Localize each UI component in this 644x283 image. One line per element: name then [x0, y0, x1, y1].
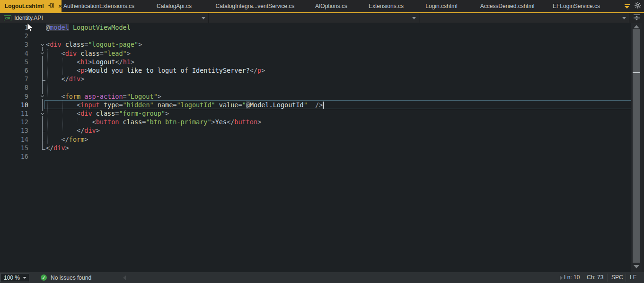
- mouse-pointer: [27, 23, 34, 34]
- fold-chevron-icon[interactable]: [39, 51, 45, 56]
- line-number: 5: [0, 58, 28, 66]
- code-line[interactable]: </div>: [46, 144, 69, 152]
- status-bar: 100 % ✓ No issues found Ln: 10 Ch: 73 SP…: [0, 272, 644, 283]
- line-number: 12: [0, 118, 28, 126]
- chevron-down-icon: [412, 17, 416, 19]
- vertical-scrollbar[interactable]: [631, 23, 642, 272]
- text-caret: [323, 102, 324, 109]
- hscroll-left-arrow-icon[interactable]: [123, 275, 126, 280]
- fold-chevron-icon[interactable]: [39, 42, 45, 47]
- line-ending-indicator[interactable]: LF: [630, 274, 636, 281]
- line-number: 11: [0, 109, 28, 118]
- chevron-down-icon: [23, 277, 26, 279]
- fold-chevron-icon[interactable]: [39, 111, 45, 116]
- project-dropdown[interactable]: C# Identity.API: [0, 13, 209, 23]
- code-line[interactable]: <form asp-action="Logout">: [46, 92, 161, 101]
- member-dropdown[interactable]: [420, 13, 629, 23]
- gear-icon[interactable]: [635, 2, 641, 10]
- fold-end-tick: [42, 132, 45, 132]
- tab[interactable]: Extensions.cs: [364, 0, 408, 12]
- tab[interactable]: EFLoginService.cs: [539, 0, 613, 12]
- line-number: 2: [0, 32, 28, 40]
- insert-mode-indicator[interactable]: SPC: [611, 274, 623, 281]
- code-line[interactable]: <div class="lead">: [46, 49, 131, 58]
- separator: [607, 274, 608, 282]
- tab-overflow-icon[interactable]: [625, 4, 630, 9]
- tab[interactable]: CatalogIntegra...ventService.cs: [212, 0, 298, 12]
- line-number: 3: [0, 40, 28, 49]
- fold-end-tick: [42, 141, 45, 141]
- code-line[interactable]: <h1>Logout</h1>: [46, 58, 134, 66]
- zoom-control[interactable]: 100 %: [0, 273, 29, 282]
- fold-chevron-icon[interactable]: [39, 94, 45, 99]
- code-editor[interactable]: 12345678910111213141516 @model LogoutVie…: [0, 23, 631, 272]
- code-line[interactable]: <div class="form-group">: [46, 109, 169, 118]
- line-number: 10: [0, 101, 28, 109]
- code-line[interactable]: <p>Would you like to logut of IdentitySe…: [46, 66, 265, 75]
- line-number: 14: [0, 135, 28, 144]
- split-editor-handle[interactable]: [631, 13, 642, 23]
- visual-studio-window: { "tab_bar": { "active_tab": {"label": "…: [0, 0, 644, 283]
- line-number: 6: [0, 66, 28, 75]
- code-line[interactable]: @model LogoutViewModel: [46, 23, 131, 32]
- line-number: 16: [0, 152, 28, 161]
- code-line[interactable]: </div>: [46, 75, 84, 83]
- line-number: 13: [0, 126, 28, 135]
- tab[interactable]: AccessDenied.cshtml: [475, 0, 539, 12]
- zoom-level: 100 %: [4, 274, 20, 281]
- code-line[interactable]: <input type="hidden" name="logoutId" val…: [46, 101, 324, 109]
- line-number: 15: [0, 144, 28, 152]
- column-indicator[interactable]: Ch: 73: [587, 274, 603, 281]
- tab[interactable]: AIOptions.cs: [298, 0, 364, 12]
- line-number: 4: [0, 49, 28, 58]
- tab[interactable]: CatalogApi.cs: [136, 0, 212, 12]
- project-dropdown-value: Identity.API: [14, 15, 43, 21]
- chevron-down-icon: [622, 17, 626, 19]
- scrollbar-thumb[interactable]: [633, 29, 640, 263]
- check-circle-icon: ✓: [41, 274, 47, 281]
- code-line[interactable]: <div class="logout-page">: [46, 40, 142, 49]
- fold-end-tick: [42, 149, 45, 150]
- code-line[interactable]: <button class="btn btn-primary">Yes</but…: [46, 118, 261, 126]
- tab-bar: Logout.cshtml × AuthenticationExtensions…: [0, 0, 644, 12]
- chevron-down-icon: [202, 17, 205, 19]
- tab[interactable]: Login.cshtml: [408, 0, 475, 12]
- tab-strip: AuthenticationExtensions.csCatalogApi.cs…: [62, 0, 613, 12]
- type-dropdown[interactable]: [209, 13, 419, 23]
- scroll-up-arrow-icon[interactable]: [634, 25, 639, 28]
- line-number: 1: [0, 23, 28, 32]
- separator: [626, 274, 626, 282]
- fold-end-tick: [42, 80, 45, 81]
- hscroll-right-arrow-icon[interactable]: [560, 275, 563, 280]
- scroll-down-arrow-icon[interactable]: [634, 265, 639, 268]
- line-number: 9: [0, 92, 28, 101]
- csharp-project-icon: C#: [4, 15, 11, 21]
- tab-active-logout[interactable]: Logout.cshtml ×: [0, 0, 62, 12]
- code-line[interactable]: </div>: [46, 126, 100, 135]
- health-text: No issues found: [51, 274, 91, 281]
- line-number: 7: [0, 75, 28, 83]
- line-indicator[interactable]: Ln: 10: [564, 274, 580, 281]
- tab[interactable]: AuthenticationExtensions.cs: [62, 0, 136, 12]
- document-health-indicator[interactable]: ✓ No issues found: [41, 272, 91, 283]
- editor-right-edge: [642, 23, 644, 272]
- code-line[interactable]: </form>: [46, 135, 88, 144]
- scrollbar-caret-marker: [633, 72, 640, 73]
- navigation-bar: C# Identity.API: [0, 13, 644, 23]
- tab-label: Logout.cshtml: [5, 3, 44, 9]
- pin-icon[interactable]: [48, 3, 54, 9]
- line-number: 8: [0, 83, 28, 92]
